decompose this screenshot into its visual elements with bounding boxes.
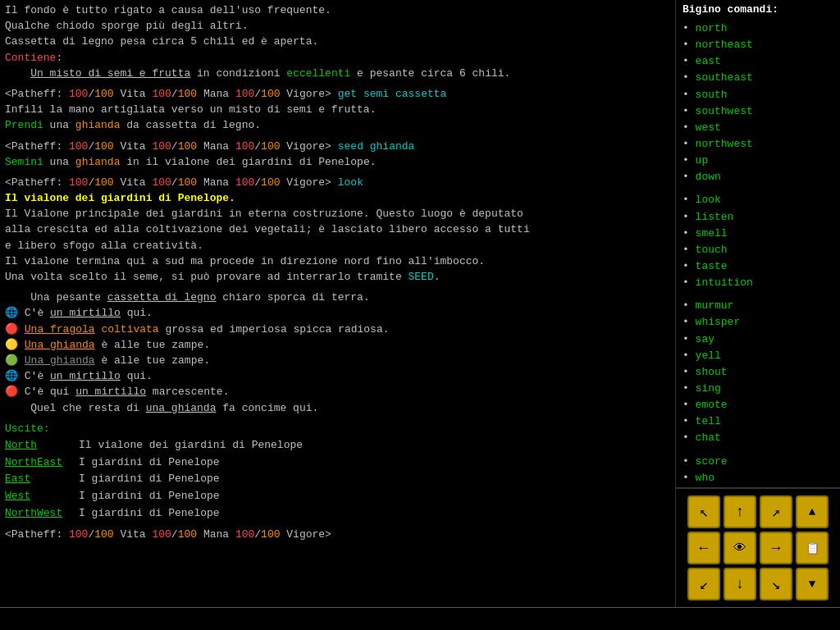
cmd-touch[interactable]: touch	[682, 242, 833, 258]
spacer-1	[682, 185, 833, 192]
exit-northeast: NorthEastI giardini di Penelope	[5, 454, 670, 472]
item-5: 🟢 Una ghianda è alle tue zampe.	[5, 354, 670, 368]
spacer-3	[682, 447, 833, 454]
room-desc-1: Il Vialone principale dei giardini in et…	[5, 207, 670, 221]
cmd-yell[interactable]: yell	[682, 348, 833, 364]
nav-north-button[interactable]: ↑	[724, 495, 756, 528]
text-area[interactable]: Il fondo è tutto rigato a causa dell'uso…	[0, 0, 676, 607]
room-title: Il vialone dei giardini di Penelope.	[5, 191, 670, 206]
cmd-down[interactable]: down	[682, 169, 833, 185]
exit-west: WestI giardini di Penelope	[5, 488, 670, 505]
cmd-tell[interactable]: tell	[682, 413, 833, 430]
nav-southwest-button[interactable]: ↙	[687, 568, 720, 600]
item-8: Quel che resta di una ghianda fa concime…	[5, 401, 670, 416]
cmd-north[interactable]: north	[682, 21, 833, 37]
exits-header: Uscite:	[5, 422, 670, 436]
item-4: 🟡 Una ghianda è alle tue zampe.	[5, 338, 670, 353]
cmd-who[interactable]: who	[682, 470, 833, 486]
room-desc-3: e libero sfogo alla creatività.	[5, 239, 670, 253]
commands-list: north northeast east southeast south sou…	[682, 21, 833, 486]
line-prompt-3: <Patheff: 100/100 Vita 100/100 Mana 100/…	[5, 176, 670, 190]
main-container: Il fondo è tutto rigato a causa dell'uso…	[0, 0, 840, 607]
nav-panel: ↖ ↑ ↗ ▲ ← 👁 → 📋 ↙ ↓ ↘ ▼	[676, 488, 840, 607]
line-5: Un misto di semi e frutta in condizioni …	[5, 66, 670, 81]
room-desc-4: Il vialone termina qui a sud ma procede …	[5, 254, 670, 269]
cmd-sing[interactable]: sing	[682, 381, 833, 397]
nav-southeast-button[interactable]: ↘	[760, 568, 792, 600]
cmd-whisper[interactable]: whisper	[682, 314, 833, 331]
nav-northwest-button[interactable]: ↖	[687, 495, 720, 528]
exit-north: NorthIl vialone dei giardini di Penelope	[5, 437, 670, 454]
cmd-taste[interactable]: taste	[682, 258, 833, 275]
line-prompt-2: <Patheff: 100/100 Vita 100/100 Mana 100/…	[5, 139, 670, 154]
cmd-say[interactable]: say	[682, 331, 833, 348]
line-2: Qualche chiodo sporge più degli altri.	[5, 19, 670, 34]
command-input[interactable]	[3, 613, 837, 625]
cmd-northwest[interactable]: northwest	[682, 136, 833, 153]
item-1: Una pesante cassetta di legno chiaro spo…	[5, 290, 670, 305]
item-2: 🌐 C'è un mirtillo qui.	[5, 306, 670, 321]
cmd-score[interactable]: score	[682, 454, 833, 470]
nav-northeast-button[interactable]: ↗	[760, 495, 792, 528]
cmd-chat[interactable]: chat	[682, 430, 833, 446]
cmd-east[interactable]: east	[682, 53, 833, 70]
nav-down-button[interactable]: ▼	[796, 568, 829, 600]
room-desc-2: alla crescita ed alla coltivazione dei v…	[5, 222, 670, 237]
cmd-west[interactable]: west	[682, 120, 833, 136]
right-panel: Bigino comandi: north northeast east sou…	[676, 0, 840, 607]
cmd-southeast[interactable]: southeast	[682, 70, 833, 86]
cmd-smell[interactable]: smell	[682, 226, 833, 242]
input-bar	[0, 607, 840, 630]
cmd-listen[interactable]: listen	[682, 209, 833, 226]
line-8: Semini una ghianda in il vialone dei gia…	[5, 155, 670, 170]
cmd-shout[interactable]: shout	[682, 364, 833, 381]
line-prompt-1: <Patheff: 100/100 Vita 100/100 Mana 100/…	[5, 87, 670, 102]
line-prompt-bottom: <Patheff: 100/100 Vita 100/100 Mana 100/…	[5, 527, 670, 542]
cmd-up[interactable]: up	[682, 153, 833, 169]
cmd-murmur[interactable]: murmur	[682, 298, 833, 314]
cmd-southwest[interactable]: southwest	[682, 103, 833, 120]
line-3: Cassetta di legno pesa circa 5 chili ed …	[5, 34, 670, 49]
line-6: Infili la mano artigliata verso un misto…	[5, 103, 670, 117]
commands-panel[interactable]: Bigino comandi: north northeast east sou…	[676, 0, 840, 488]
nav-west-button[interactable]: ←	[687, 532, 720, 564]
cmd-look[interactable]: look	[682, 192, 833, 208]
exit-northwest: NorthWestI giardini di Penelope	[5, 505, 670, 523]
nav-inventory-button[interactable]: 📋	[796, 532, 829, 564]
cmd-south[interactable]: south	[682, 87, 833, 103]
cmd-intuition[interactable]: intuition	[682, 275, 833, 291]
item-6: 🌐 C'è un mirtillo qui.	[5, 369, 670, 384]
exit-east: EastI giardini di Penelope	[5, 471, 670, 488]
cmd-emote[interactable]: emote	[682, 397, 833, 413]
nav-south-button[interactable]: ↓	[724, 568, 756, 600]
commands-title: Bigino comandi:	[682, 3, 833, 16]
item-3: 🔴 Una fragola coltivata grossa ed imperi…	[5, 322, 670, 337]
line-4: Contiene:	[5, 51, 670, 66]
item-7: 🔴 C'è qui un mirtillo marcescente.	[5, 385, 670, 399]
nav-look-button[interactable]: 👁	[724, 532, 756, 564]
spacer-2	[682, 291, 833, 298]
nav-up-button[interactable]: ▲	[796, 495, 829, 528]
room-desc-5: Una volta scelto il seme, si può provare…	[5, 270, 670, 285]
line-1: Il fondo è tutto rigato a causa dell'uso…	[5, 3, 670, 18]
cmd-northeast[interactable]: northeast	[682, 37, 833, 53]
line-7: Prendi una ghianda da cassetta di legno.	[5, 118, 670, 133]
nav-east-button[interactable]: →	[760, 532, 792, 564]
